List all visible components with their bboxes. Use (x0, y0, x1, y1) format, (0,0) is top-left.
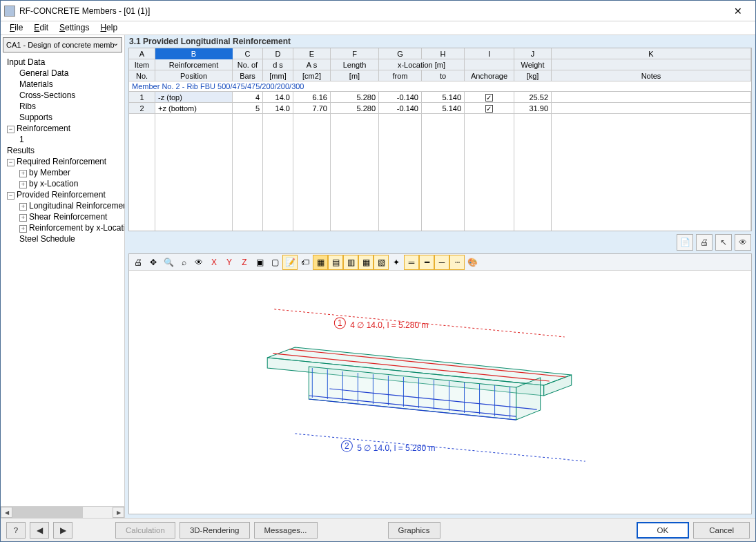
tree-materials[interactable]: Materials (4, 79, 124, 90)
tree-reinforcement-1[interactable]: 1 (4, 134, 124, 145)
col-g[interactable]: G (379, 48, 422, 59)
col-d[interactable]: D (263, 48, 293, 59)
menubar: File Edit Settings Help (1, 21, 755, 35)
graphics-button[interactable]: Graphics (388, 522, 440, 539)
tree-cross-sections[interactable]: Cross-Sections (4, 90, 124, 101)
col-j[interactable]: J (514, 48, 552, 59)
expand-icon[interactable]: + (19, 203, 27, 211)
scroll-left-icon[interactable]: ◀ (1, 507, 12, 518)
nav-prev-button[interactable]: ◀ (30, 522, 49, 539)
grid2-icon[interactable]: ▥ (343, 255, 358, 270)
bar2-icon[interactable]: ━ (419, 255, 434, 270)
window-title: RF-CONCRETE Members - [01 (1)] (19, 6, 724, 16)
export-icon[interactable]: 📄 (677, 234, 693, 251)
tree-by-xlocation[interactable]: +by x-Location (4, 178, 124, 189)
table-row[interactable]: 1 -z (top) 4 14.0 6.16 5.280 -0.140 5.14… (129, 92, 751, 103)
tags-icon[interactable]: 🏷 (298, 255, 313, 270)
col-k[interactable]: K (552, 48, 751, 59)
grid1-icon[interactable]: ▤ (328, 255, 343, 270)
render-icon[interactable]: 🎨 (465, 255, 480, 270)
col-kg: [kg] (514, 70, 552, 81)
bar4-icon[interactable]: ┄ (449, 255, 465, 270)
tree-results[interactable]: Results (4, 145, 124, 156)
tree-reinforcement[interactable]: −Reinforcement (4, 123, 124, 134)
collapse-icon[interactable]: − (7, 159, 14, 166)
show-labels-icon[interactable]: 📝 (282, 255, 298, 270)
messages-button[interactable]: Messages... (254, 522, 318, 539)
axis-x-icon[interactable]: X (206, 255, 222, 270)
iso-icon[interactable]: ▣ (252, 255, 267, 270)
anchorage-check[interactable]: ✓ (485, 94, 493, 101)
calculation-button[interactable]: Calculation (115, 522, 175, 539)
help-button[interactable]: ? (6, 522, 26, 539)
svg-line-2 (295, 434, 585, 461)
pick-icon[interactable]: ↖ (715, 234, 732, 251)
tree-reinforcement-by-xlocation[interactable]: +Reinforcement by x-Location (4, 222, 124, 233)
bar1-icon[interactable]: ═ (404, 255, 419, 270)
titlebar: RF-CONCRETE Members - [01 (1)] ✕ (1, 1, 755, 21)
close-button[interactable]: ✕ (724, 1, 752, 21)
tree-longitudinal-reinforcement[interactable]: +Longitudinal Reinforcement (4, 200, 124, 211)
tree-by-member[interactable]: +by Member (4, 167, 124, 178)
bar3-icon[interactable]: ─ (434, 255, 449, 270)
box-icon[interactable]: ▢ (267, 255, 282, 270)
collapse-icon[interactable]: − (7, 126, 14, 133)
menu-file[interactable]: File (4, 21, 28, 35)
print-icon[interactable]: 🖨 (696, 234, 713, 251)
col-notes: Notes (552, 70, 751, 81)
axis-z-icon[interactable]: Z (237, 255, 252, 270)
tree-general-data[interactable]: General Data (4, 68, 124, 79)
expand-icon[interactable]: + (19, 214, 27, 222)
case-selector[interactable]: CA1 - Design of concrete memb (3, 37, 122, 52)
menu-edit[interactable]: Edit (28, 21, 54, 35)
tree-required-reinforcement[interactable]: −Required Reinforcement (4, 156, 124, 167)
section-icon[interactable]: ▦ (313, 255, 328, 270)
col-c[interactable]: C (233, 48, 263, 59)
col-i[interactable]: I (465, 48, 514, 59)
tree-ribs[interactable]: Ribs (4, 101, 124, 112)
nav-next-button[interactable]: ▶ (53, 522, 72, 539)
cancel-button[interactable]: Cancel (693, 522, 750, 539)
3d-rendering-button[interactable]: 3D-Rendering (180, 522, 250, 539)
sidebar-hscroll[interactable]: ◀ ▶ (1, 506, 124, 518)
render-canvas[interactable]: 1 4 ∅ 14.0, l = 5.280 m 2 5 ∅ 14.0, l = … (129, 271, 751, 514)
col-ds: d s (263, 59, 293, 70)
print-icon[interactable]: 🖨 (130, 255, 146, 270)
label-1: 4 ∅ 14.0, l = 5.280 m (350, 320, 428, 330)
tree-steel-schedule[interactable]: Steel Schedule (4, 233, 124, 244)
menu-settings[interactable]: Settings (54, 21, 95, 35)
pan-icon[interactable]: ✥ (146, 255, 161, 270)
axes-icon[interactable]: ✦ (389, 255, 404, 270)
tree-provided-reinforcement[interactable]: −Provided Reinforcement (4, 189, 124, 200)
col-h[interactable]: H (422, 48, 465, 59)
expand-icon[interactable]: + (19, 225, 27, 233)
table-row[interactable]: 2 +z (bottom) 5 14.0 7.70 5.280 -0.140 5… (129, 103, 751, 114)
expand-icon[interactable]: + (19, 181, 27, 188)
tree-shear-reinforcement[interactable]: +Shear Reinforcement (4, 211, 124, 222)
grid4-icon[interactable]: ▧ (374, 255, 389, 270)
col-bars: Bars (233, 70, 263, 81)
member-row[interactable]: Member No. 2 - Rib FBU 500/475/475/200/2… (129, 81, 751, 92)
col-f[interactable]: F (331, 48, 379, 59)
ok-button[interactable]: OK (637, 522, 690, 539)
col-position: Position (155, 70, 233, 81)
zoom-window-icon[interactable]: ⌕ (176, 255, 191, 270)
col-m: [m] (331, 70, 379, 81)
col-e[interactable]: E (293, 48, 331, 59)
zoom-icon[interactable]: 🔍 (161, 255, 176, 270)
view-icon[interactable]: 👁 (191, 255, 206, 270)
eye-icon[interactable]: 👁 (735, 234, 751, 251)
viewer-toolbar: 🖨 ✥ 🔍 ⌕ 👁 X Y Z ▣ ▢ 📝 🏷 ▦ ▤ ▥ ▦ ▧ (129, 254, 751, 271)
col-a[interactable]: A (129, 48, 155, 59)
grid3-icon[interactable]: ▦ (358, 255, 374, 270)
anchorage-check[interactable]: ✓ (485, 105, 493, 113)
col-b[interactable]: B (155, 48, 233, 59)
scroll-right-icon[interactable]: ▶ (113, 507, 124, 518)
axis-y-icon[interactable]: Y (222, 255, 237, 270)
menu-help[interactable]: Help (95, 21, 123, 35)
collapse-icon[interactable]: − (7, 192, 14, 200)
expand-icon[interactable]: + (19, 170, 27, 177)
tree-supports[interactable]: Supports (4, 112, 124, 123)
tree-input-data[interactable]: Input Data (4, 57, 124, 68)
col-no-of: No. of (233, 59, 263, 70)
